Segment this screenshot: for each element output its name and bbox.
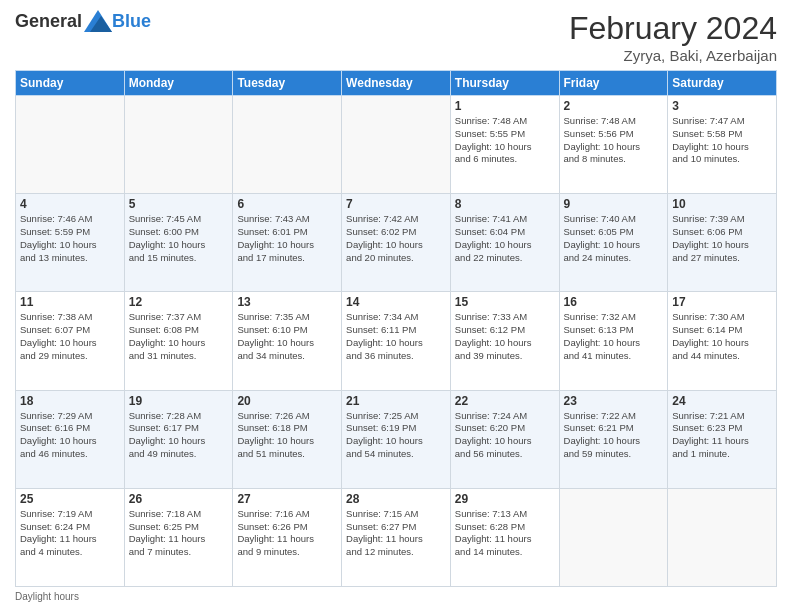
day-number: 6 [237,197,337,211]
day-number: 23 [564,394,664,408]
day-info: Sunrise: 7:18 AM Sunset: 6:25 PM Dayligh… [129,508,229,559]
day-info: Sunrise: 7:19 AM Sunset: 6:24 PM Dayligh… [20,508,120,559]
calendar-week-row: 1Sunrise: 7:48 AM Sunset: 5:55 PM Daylig… [16,96,777,194]
day-info: Sunrise: 7:32 AM Sunset: 6:13 PM Dayligh… [564,311,664,362]
day-info: Sunrise: 7:38 AM Sunset: 6:07 PM Dayligh… [20,311,120,362]
day-info: Sunrise: 7:48 AM Sunset: 5:55 PM Dayligh… [455,115,555,166]
day-info: Sunrise: 7:16 AM Sunset: 6:26 PM Dayligh… [237,508,337,559]
header: General Blue February 2024 Zyrya, Baki, … [15,10,777,64]
calendar-cell: 29Sunrise: 7:13 AM Sunset: 6:28 PM Dayli… [450,488,559,586]
logo-text-blue: Blue [112,11,151,31]
calendar-header-monday: Monday [124,71,233,96]
calendar-cell: 17Sunrise: 7:30 AM Sunset: 6:14 PM Dayli… [668,292,777,390]
calendar-cell [342,96,451,194]
day-info: Sunrise: 7:40 AM Sunset: 6:05 PM Dayligh… [564,213,664,264]
calendar-cell: 27Sunrise: 7:16 AM Sunset: 6:26 PM Dayli… [233,488,342,586]
calendar-cell: 20Sunrise: 7:26 AM Sunset: 6:18 PM Dayli… [233,390,342,488]
calendar-cell: 23Sunrise: 7:22 AM Sunset: 6:21 PM Dayli… [559,390,668,488]
logo: General Blue [15,10,151,32]
footer: Daylight hours [15,591,777,602]
day-number: 16 [564,295,664,309]
calendar-week-row: 4Sunrise: 7:46 AM Sunset: 5:59 PM Daylig… [16,194,777,292]
day-info: Sunrise: 7:26 AM Sunset: 6:18 PM Dayligh… [237,410,337,461]
day-number: 2 [564,99,664,113]
calendar-cell: 1Sunrise: 7:48 AM Sunset: 5:55 PM Daylig… [450,96,559,194]
month-title: February 2024 [569,10,777,47]
day-info: Sunrise: 7:46 AM Sunset: 5:59 PM Dayligh… [20,213,120,264]
calendar-header-tuesday: Tuesday [233,71,342,96]
calendar-cell: 3Sunrise: 7:47 AM Sunset: 5:58 PM Daylig… [668,96,777,194]
daylight-label: Daylight hours [15,591,79,602]
day-number: 9 [564,197,664,211]
day-number: 26 [129,492,229,506]
day-number: 14 [346,295,446,309]
day-number: 8 [455,197,555,211]
calendar-cell [668,488,777,586]
day-info: Sunrise: 7:21 AM Sunset: 6:23 PM Dayligh… [672,410,772,461]
calendar-cell: 9Sunrise: 7:40 AM Sunset: 6:05 PM Daylig… [559,194,668,292]
calendar-cell: 10Sunrise: 7:39 AM Sunset: 6:06 PM Dayli… [668,194,777,292]
calendar-cell: 4Sunrise: 7:46 AM Sunset: 5:59 PM Daylig… [16,194,125,292]
logo-icon [84,10,112,32]
calendar-header-wednesday: Wednesday [342,71,451,96]
calendar-cell: 15Sunrise: 7:33 AM Sunset: 6:12 PM Dayli… [450,292,559,390]
calendar-cell: 24Sunrise: 7:21 AM Sunset: 6:23 PM Dayli… [668,390,777,488]
calendar-cell: 6Sunrise: 7:43 AM Sunset: 6:01 PM Daylig… [233,194,342,292]
day-info: Sunrise: 7:15 AM Sunset: 6:27 PM Dayligh… [346,508,446,559]
day-info: Sunrise: 7:33 AM Sunset: 6:12 PM Dayligh… [455,311,555,362]
day-info: Sunrise: 7:22 AM Sunset: 6:21 PM Dayligh… [564,410,664,461]
title-block: February 2024 Zyrya, Baki, Azerbaijan [569,10,777,64]
day-number: 1 [455,99,555,113]
day-info: Sunrise: 7:41 AM Sunset: 6:04 PM Dayligh… [455,213,555,264]
calendar-header-friday: Friday [559,71,668,96]
calendar-cell: 11Sunrise: 7:38 AM Sunset: 6:07 PM Dayli… [16,292,125,390]
day-number: 7 [346,197,446,211]
calendar-table: SundayMondayTuesdayWednesdayThursdayFrid… [15,70,777,587]
day-number: 19 [129,394,229,408]
calendar-cell: 14Sunrise: 7:34 AM Sunset: 6:11 PM Dayli… [342,292,451,390]
calendar-cell: 28Sunrise: 7:15 AM Sunset: 6:27 PM Dayli… [342,488,451,586]
day-number: 27 [237,492,337,506]
day-info: Sunrise: 7:35 AM Sunset: 6:10 PM Dayligh… [237,311,337,362]
calendar-cell [559,488,668,586]
calendar-cell: 21Sunrise: 7:25 AM Sunset: 6:19 PM Dayli… [342,390,451,488]
day-number: 11 [20,295,120,309]
day-number: 21 [346,394,446,408]
day-number: 17 [672,295,772,309]
calendar-cell: 13Sunrise: 7:35 AM Sunset: 6:10 PM Dayli… [233,292,342,390]
calendar-cell [124,96,233,194]
day-info: Sunrise: 7:48 AM Sunset: 5:56 PM Dayligh… [564,115,664,166]
day-number: 3 [672,99,772,113]
location: Zyrya, Baki, Azerbaijan [569,47,777,64]
day-number: 12 [129,295,229,309]
calendar-cell [16,96,125,194]
day-number: 20 [237,394,337,408]
calendar-cell: 19Sunrise: 7:28 AM Sunset: 6:17 PM Dayli… [124,390,233,488]
day-number: 18 [20,394,120,408]
calendar-cell: 26Sunrise: 7:18 AM Sunset: 6:25 PM Dayli… [124,488,233,586]
calendar-cell: 2Sunrise: 7:48 AM Sunset: 5:56 PM Daylig… [559,96,668,194]
page: General Blue February 2024 Zyrya, Baki, … [0,0,792,612]
day-number: 28 [346,492,446,506]
day-info: Sunrise: 7:25 AM Sunset: 6:19 PM Dayligh… [346,410,446,461]
calendar-cell: 25Sunrise: 7:19 AM Sunset: 6:24 PM Dayli… [16,488,125,586]
calendar-week-row: 25Sunrise: 7:19 AM Sunset: 6:24 PM Dayli… [16,488,777,586]
calendar-cell: 16Sunrise: 7:32 AM Sunset: 6:13 PM Dayli… [559,292,668,390]
day-info: Sunrise: 7:30 AM Sunset: 6:14 PM Dayligh… [672,311,772,362]
calendar-cell: 12Sunrise: 7:37 AM Sunset: 6:08 PM Dayli… [124,292,233,390]
calendar-cell: 8Sunrise: 7:41 AM Sunset: 6:04 PM Daylig… [450,194,559,292]
day-info: Sunrise: 7:34 AM Sunset: 6:11 PM Dayligh… [346,311,446,362]
calendar-cell: 7Sunrise: 7:42 AM Sunset: 6:02 PM Daylig… [342,194,451,292]
day-info: Sunrise: 7:28 AM Sunset: 6:17 PM Dayligh… [129,410,229,461]
calendar-header-saturday: Saturday [668,71,777,96]
day-info: Sunrise: 7:43 AM Sunset: 6:01 PM Dayligh… [237,213,337,264]
day-info: Sunrise: 7:42 AM Sunset: 6:02 PM Dayligh… [346,213,446,264]
day-number: 29 [455,492,555,506]
day-number: 5 [129,197,229,211]
calendar-header-sunday: Sunday [16,71,125,96]
calendar-week-row: 18Sunrise: 7:29 AM Sunset: 6:16 PM Dayli… [16,390,777,488]
day-number: 25 [20,492,120,506]
day-info: Sunrise: 7:47 AM Sunset: 5:58 PM Dayligh… [672,115,772,166]
calendar-header-row: SundayMondayTuesdayWednesdayThursdayFrid… [16,71,777,96]
calendar-cell: 22Sunrise: 7:24 AM Sunset: 6:20 PM Dayli… [450,390,559,488]
